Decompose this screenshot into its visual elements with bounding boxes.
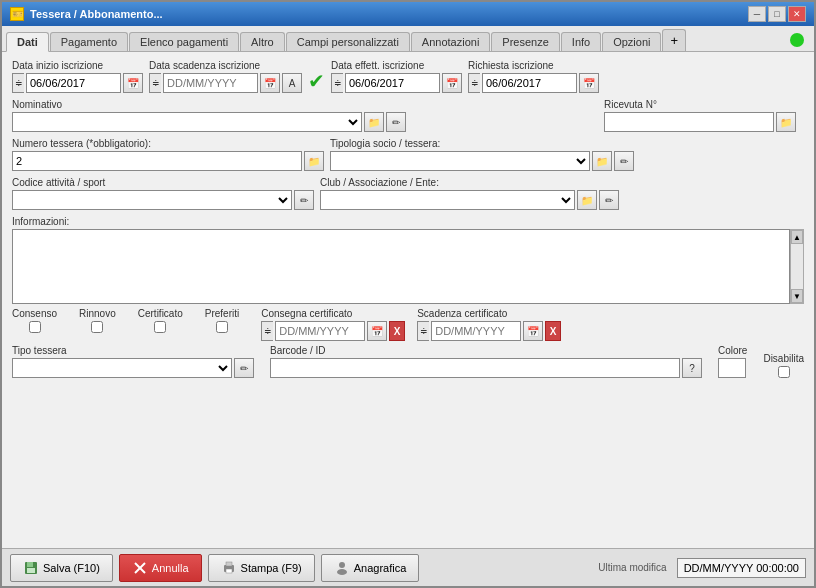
window-title: Tessera / Abbonamento... — [30, 8, 163, 20]
tab-add-button[interactable]: + — [662, 29, 686, 51]
informazioni-textarea[interactable] — [12, 229, 790, 304]
status-indicator — [790, 33, 804, 47]
data-scadenza-row: ≑ 📅 A — [149, 73, 302, 93]
scadenza-cert-calendar-button[interactable]: 📅 — [523, 321, 543, 341]
numero-tessera-label: Numero tessera (*obbligatorio): — [12, 138, 324, 149]
data-effett-calendar-button[interactable]: 📅 — [442, 73, 462, 93]
tab-annotazioni[interactable]: Annotazioni — [411, 32, 491, 51]
tab-altro[interactable]: Altro — [240, 32, 285, 51]
data-effett-input[interactable] — [345, 73, 440, 93]
scadenza-cert-label: Scadenza certificato — [417, 308, 561, 319]
nominativo-edit-button[interactable]: ✏ — [386, 112, 406, 132]
certificato-checkbox[interactable] — [154, 321, 166, 333]
attivita-edit-button[interactable]: ✏ — [294, 190, 314, 210]
cancel-button[interactable]: Annulla — [119, 554, 202, 582]
rinnovo-group: Rinnovo — [79, 308, 116, 333]
svg-rect-1 — [27, 562, 33, 567]
tab-campi-personalizzati[interactable]: Campi personalizzati — [286, 32, 410, 51]
tab-presenze[interactable]: Presenze — [491, 32, 559, 51]
informazioni-group: Informazioni: ▲ ▼ — [12, 216, 804, 304]
nominativo-browse-button[interactable]: 📁 — [364, 112, 384, 132]
minimize-button[interactable]: ─ — [748, 6, 766, 22]
tab-dati[interactable]: Dati — [6, 32, 49, 52]
save-button[interactable]: Salva (F10) — [10, 554, 113, 582]
scroll-down-button[interactable]: ▼ — [791, 289, 803, 303]
tipologia-group: Tipologia socio / tessera: 📁 ✏ — [330, 138, 804, 171]
informazioni-wrapper: ▲ ▼ — [12, 229, 804, 304]
tipologia-edit-button[interactable]: ✏ — [614, 151, 634, 171]
richiesta-input[interactable] — [482, 73, 577, 93]
barcode-question-button[interactable]: ? — [682, 358, 702, 378]
ricevuta-input[interactable] — [604, 112, 774, 132]
richiesta-calendar-button[interactable]: 📅 — [579, 73, 599, 93]
title-bar-left: 🎫 Tessera / Abbonamento... — [10, 7, 163, 21]
codice-attivita-input-row: ✏ — [12, 190, 314, 210]
close-button[interactable]: ✕ — [788, 6, 806, 22]
tipologia-select[interactable] — [330, 151, 590, 171]
data-scadenza-group: Data scadenza iscrizione ≑ 📅 A — [149, 60, 302, 93]
club-input-row: 📁 ✏ — [320, 190, 804, 210]
rinnovo-label: Rinnovo — [79, 308, 116, 319]
numero-tessera-group: Numero tessera (*obbligatorio): 📁 — [12, 138, 324, 171]
tipo-tessera-edit-button[interactable]: ✏ — [234, 358, 254, 378]
consegna-group: Consegna certificato ≑ 📅 X — [261, 308, 405, 341]
data-scadenza-calendar-button[interactable]: 📅 — [260, 73, 280, 93]
disabilita-checkbox[interactable] — [778, 366, 790, 378]
preferiti-checkbox[interactable] — [216, 321, 228, 333]
tab-elenco-pagamenti[interactable]: Elenco pagamenti — [129, 32, 239, 51]
anagrafica-icon — [334, 560, 350, 576]
main-window: 🎫 Tessera / Abbonamento... ─ □ ✕ Dati Pa… — [0, 0, 816, 588]
data-scadenza-input[interactable] — [163, 73, 258, 93]
data-inizio-row: ≑ 📅 — [12, 73, 143, 93]
data-inizio-input[interactable] — [26, 73, 121, 93]
consegna-input[interactable] — [275, 321, 365, 341]
nominativo-label: Nominativo — [12, 99, 598, 110]
club-select[interactable] — [320, 190, 575, 210]
tab-opzioni[interactable]: Opzioni — [602, 32, 661, 51]
tipo-tessera-select[interactable] — [12, 358, 232, 378]
numero-tessera-browse-button[interactable]: 📁 — [304, 151, 324, 171]
rinnovo-checkbox[interactable] — [91, 321, 103, 333]
main-content: Data inizio iscrizione ≑ 📅 Data scadenza… — [2, 52, 814, 548]
print-button[interactable]: Stampa (F9) — [208, 554, 315, 582]
scroll-up-button[interactable]: ▲ — [791, 230, 803, 244]
informazioni-scrollbar[interactable]: ▲ ▼ — [790, 229, 804, 304]
scadenza-cert-input[interactable] — [431, 321, 521, 341]
club-edit-button[interactable]: ✏ — [599, 190, 619, 210]
numero-tessera-input[interactable] — [12, 151, 302, 171]
tipologia-browse-button[interactable]: 📁 — [592, 151, 612, 171]
svg-rect-2 — [27, 568, 35, 573]
tab-pagamento[interactable]: Pagamento — [50, 32, 128, 51]
nominativo-select[interactable] — [12, 112, 362, 132]
tab-info[interactable]: Info — [561, 32, 601, 51]
maximize-button[interactable]: □ — [768, 6, 786, 22]
barcode-label: Barcode / ID — [270, 345, 702, 356]
consegna-clear-button[interactable]: X — [389, 321, 405, 341]
disabilita-group: Disabilita — [763, 353, 804, 378]
richiesta-label: Richiesta iscrizione — [468, 60, 599, 71]
barcode-input-row: ? — [270, 358, 702, 378]
save-icon — [23, 560, 39, 576]
club-browse-button[interactable]: 📁 — [577, 190, 597, 210]
codice-attivita-group: Codice attività / sport ✏ — [12, 177, 314, 210]
colore-picker[interactable] — [718, 358, 746, 378]
data-inizio-group: Data inizio iscrizione ≑ 📅 — [12, 60, 143, 93]
tipo-barcode-row: Tipo tessera ✏ Barcode / ID ? Colore — [12, 345, 804, 378]
cancel-icon — [132, 560, 148, 576]
consenso-checkbox[interactable] — [29, 321, 41, 333]
scadenza-cert-clear-button[interactable]: X — [545, 321, 561, 341]
consegna-calendar-button[interactable]: 📅 — [367, 321, 387, 341]
save-label: Salva (F10) — [43, 562, 100, 574]
codice-attivita-label: Codice attività / sport — [12, 177, 314, 188]
ricevuta-browse-button[interactable]: 📁 — [776, 112, 796, 132]
data-effett-group: Data effett. iscrizione ≑ 📅 — [331, 60, 462, 93]
anagrafica-button[interactable]: Anagrafica — [321, 554, 420, 582]
tipo-tessera-input-row: ✏ — [12, 358, 254, 378]
certificato-label: Certificato — [138, 308, 183, 319]
barcode-input[interactable] — [270, 358, 680, 378]
data-inizio-calendar-button[interactable]: 📅 — [123, 73, 143, 93]
attivita-select[interactable] — [12, 190, 292, 210]
a-button[interactable]: A — [282, 73, 302, 93]
svg-point-8 — [339, 562, 345, 568]
disabilita-label: Disabilita — [763, 353, 804, 364]
